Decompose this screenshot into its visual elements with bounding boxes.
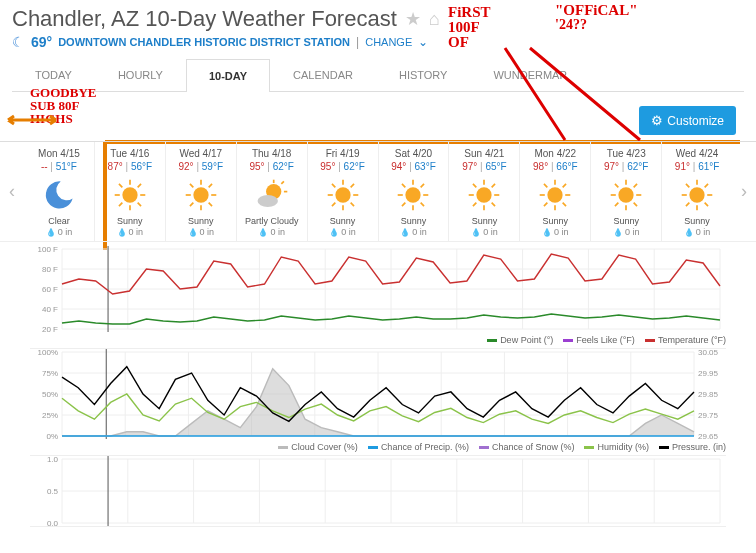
day-cards-row: ‹ Mon 4/15-- | 51°FClear💧0 inTue 4/1687°…	[0, 141, 756, 242]
hi-temp: 92°	[179, 161, 194, 172]
precip-amt: 0 in	[696, 227, 711, 237]
hi-temp: --	[41, 161, 48, 172]
hi-temp: 94°	[391, 161, 406, 172]
moon-icon	[26, 176, 92, 214]
svg-line-39	[421, 184, 424, 187]
card-date: Thu 4/18	[239, 148, 305, 159]
current-temp: 69°	[31, 34, 52, 50]
svg-line-75	[705, 184, 708, 187]
condition: Clear	[26, 216, 92, 226]
day-card[interactable]: Tue 4/1687° | 56°FSunny💧0 in	[95, 142, 166, 241]
day-card[interactable]: Sat 4/2094° | 63°FSunny💧0 in	[379, 142, 450, 241]
svg-text:29.75: 29.75	[698, 411, 719, 420]
moon-icon: ☾	[12, 34, 25, 50]
legend-item: Feels Like (°F)	[563, 335, 635, 345]
card-date: Tue 4/16	[97, 148, 163, 159]
svg-line-73	[686, 184, 689, 187]
prev-arrow[interactable]: ‹	[0, 142, 24, 241]
svg-line-30	[350, 184, 353, 187]
home-icon[interactable]: ⌂	[429, 9, 440, 30]
svg-line-37	[402, 184, 405, 187]
svg-point-41	[477, 187, 492, 202]
sun-icon	[310, 176, 376, 214]
svg-text:60 F: 60 F	[42, 285, 58, 294]
svg-line-76	[686, 203, 689, 206]
svg-line-48	[492, 184, 495, 187]
day-card[interactable]: Wed 4/1792° | 59°FSunny💧0 in	[166, 142, 237, 241]
drop-icon: 💧	[471, 228, 481, 237]
change-link[interactable]: CHANGE	[365, 36, 412, 48]
lo-temp: 62°F	[273, 161, 294, 172]
lo-temp: 63°F	[415, 161, 436, 172]
lo-temp: 61°F	[698, 161, 719, 172]
sun-icon	[522, 176, 588, 214]
card-date: Sat 4/20	[381, 148, 447, 159]
star-icon[interactable]: ★	[405, 8, 421, 30]
svg-point-0	[122, 187, 137, 202]
precip-amt: 0 in	[270, 227, 285, 237]
customize-button[interactable]: ⚙ Customize	[639, 106, 736, 135]
svg-text:20 F: 20 F	[42, 325, 58, 332]
day-card[interactable]: Fri 4/1995° | 62°FSunny💧0 in	[308, 142, 379, 241]
svg-text:29.95: 29.95	[698, 369, 719, 378]
chevron-down-icon[interactable]: ⌄	[418, 35, 428, 49]
tab-10-day[interactable]: 10-DAY	[186, 59, 270, 92]
svg-line-28	[332, 184, 335, 187]
drop-icon: 💧	[400, 228, 410, 237]
day-card[interactable]: Thu 4/1895° | 62°FPartly Cloudy💧0 in	[237, 142, 308, 241]
svg-line-74	[705, 203, 708, 206]
day-card[interactable]: Tue 4/2397° | 62°FSunny💧0 in	[591, 142, 662, 241]
drop-icon: 💧	[613, 228, 623, 237]
card-date: Fri 4/19	[310, 148, 376, 159]
svg-line-49	[473, 203, 476, 206]
svg-line-6	[138, 203, 141, 206]
svg-line-5	[119, 184, 122, 187]
sun-icon	[97, 176, 163, 214]
precip-amt: 0 in	[412, 227, 427, 237]
svg-line-29	[350, 203, 353, 206]
tab-calendar[interactable]: CALENDAR	[270, 58, 376, 91]
condition: Sunny	[664, 216, 730, 226]
card-date: Sun 4/21	[451, 148, 517, 159]
station-link[interactable]: DOWNTOWN CHANDLER HISTORIC DISTRICT STAT…	[58, 36, 350, 48]
lo-temp: 56°F	[131, 161, 152, 172]
day-card[interactable]: Mon 4/2298° | 66°FSunny💧0 in	[520, 142, 591, 241]
hi-temp: 95°	[320, 161, 335, 172]
svg-text:29.85: 29.85	[698, 390, 719, 399]
svg-text:25%: 25%	[42, 411, 58, 420]
precip-amt: 0 in	[554, 227, 569, 237]
partly-icon	[239, 176, 305, 214]
drop-icon: 💧	[258, 228, 268, 237]
temp-chart: 20 F40 F60 F80 F100 F Dew Point (°)Feels…	[30, 246, 726, 349]
sun-icon	[593, 176, 659, 214]
svg-text:1.0: 1.0	[47, 456, 59, 464]
page-title: Chandler, AZ 10-Day Weather Forecast	[12, 6, 397, 32]
drop-icon: 💧	[46, 228, 56, 237]
next-arrow[interactable]: ›	[732, 142, 756, 241]
svg-line-17	[190, 203, 193, 206]
svg-line-65	[634, 203, 637, 206]
condition: Sunny	[97, 216, 163, 226]
tab-today[interactable]: TODAY	[12, 58, 95, 91]
day-card[interactable]: Sun 4/2197° | 65°FSunny💧0 in	[449, 142, 520, 241]
condition: Sunny	[168, 216, 234, 226]
svg-point-68	[689, 187, 704, 202]
svg-text:0.5: 0.5	[47, 487, 59, 496]
day-card[interactable]: Mon 4/15-- | 51°FClear💧0 in	[24, 142, 95, 241]
svg-text:40 F: 40 F	[42, 305, 58, 314]
day-card[interactable]: Wed 4/2491° | 61°FSunny💧0 in	[662, 142, 732, 241]
svg-line-16	[208, 184, 211, 187]
sun-icon	[451, 176, 517, 214]
precip-amt: 0 in	[341, 227, 356, 237]
drop-icon: 💧	[329, 228, 339, 237]
tab-wundermap[interactable]: WUNDERMAP	[470, 58, 589, 91]
tab-hourly[interactable]: HOURLY	[95, 58, 186, 91]
tab-history[interactable]: HISTORY	[376, 58, 471, 91]
svg-point-32	[406, 187, 421, 202]
hi-temp: 97°	[462, 161, 477, 172]
svg-text:50%: 50%	[42, 390, 58, 399]
svg-text:30.05: 30.05	[698, 349, 719, 357]
lo-temp: 66°F	[556, 161, 577, 172]
legend-item: Humidity (%)	[584, 442, 649, 452]
gear-icon: ⚙	[651, 113, 663, 128]
